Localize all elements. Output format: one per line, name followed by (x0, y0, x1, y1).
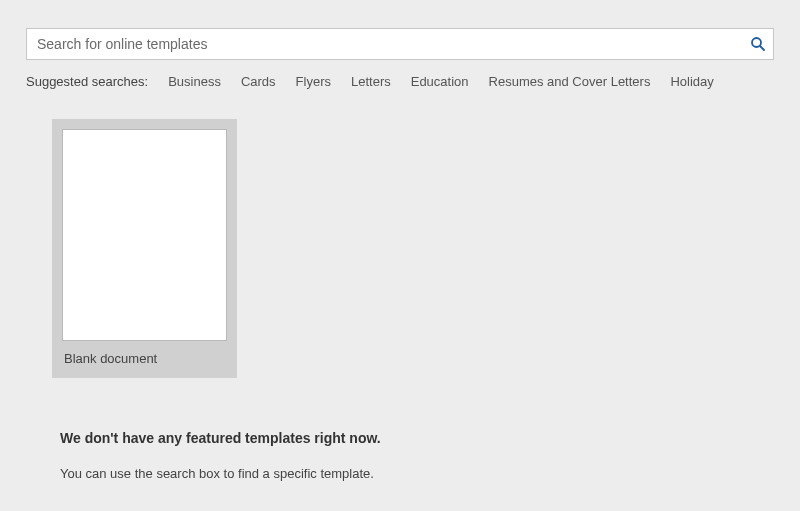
suggested-link-business[interactable]: Business (168, 74, 221, 89)
template-search-input[interactable] (26, 28, 774, 60)
template-preview-blank (62, 129, 227, 341)
template-blank-document[interactable]: Blank document (52, 119, 237, 378)
no-featured-message: We don't have any featured templates rig… (60, 430, 774, 446)
search-hint-message: You can use the search box to find a spe… (60, 466, 774, 481)
suggested-link-education[interactable]: Education (411, 74, 469, 89)
search-container (26, 28, 774, 60)
search-icon[interactable] (750, 36, 766, 52)
template-label: Blank document (62, 351, 227, 366)
suggested-label: Suggested searches: (26, 74, 148, 89)
suggested-link-flyers[interactable]: Flyers (296, 74, 331, 89)
suggested-link-cards[interactable]: Cards (241, 74, 276, 89)
suggested-link-resumes[interactable]: Resumes and Cover Letters (489, 74, 651, 89)
templates-area: Blank document (26, 119, 774, 378)
suggested-link-holiday[interactable]: Holiday (670, 74, 713, 89)
suggested-link-letters[interactable]: Letters (351, 74, 391, 89)
svg-line-1 (760, 46, 764, 50)
suggested-searches-row: Suggested searches: Business Cards Flyer… (26, 74, 774, 89)
messages-area: We don't have any featured templates rig… (26, 430, 774, 481)
